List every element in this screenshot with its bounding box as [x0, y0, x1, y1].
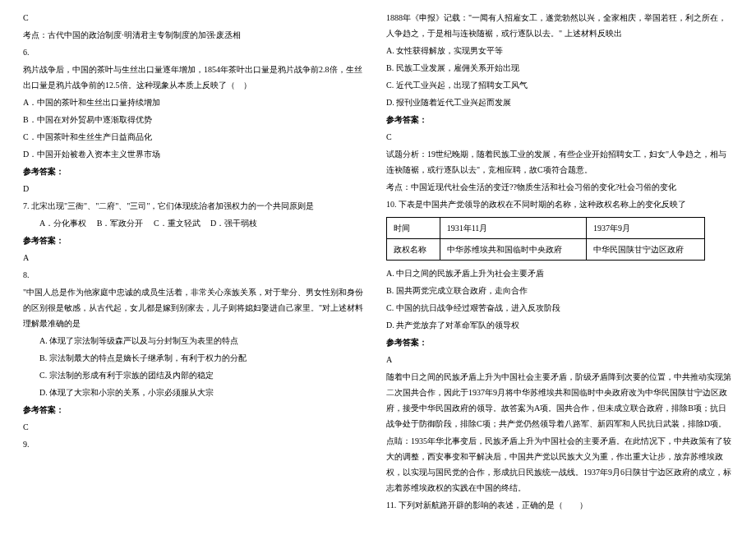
q10-stem: 10. 下表是中国共产党领导的政权在不同时期的名称，这种政权名称上的变化反映了 [386, 196, 733, 212]
reference-label-9: 参考答案： [386, 112, 733, 127]
q9-option-d: D. 报刊业随着近代工业兴起而发展 [386, 95, 733, 110]
q9-explain-1: 试题分析：19世纪晚期，随着民族工业的发展，有些企业开始招聘女工，妇女"人争趋之… [386, 146, 733, 178]
answer-5: C [23, 10, 370, 25]
q8-option-b: B. 宗法制最大的特点是嫡长子继承制，有利于权力的分配 [23, 350, 370, 366]
q10-option-c: C. 中国的抗日战争经过艰苦奋战，进入反攻阶段 [386, 300, 733, 316]
answer-8: C [23, 419, 370, 435]
q9-option-b: B. 民族工业发展，雇佣关系开始出现 [386, 60, 733, 76]
keypoint-5: 考点：古代中国的政治制度·明清君主专制制度的加强·废丞相 [23, 27, 370, 43]
table-cell-time-label: 时间 [387, 218, 440, 239]
table-row: 时间 1931年11月 1937年9月 [387, 218, 705, 239]
table-cell-name-1: 中华苏维埃共和国临时中央政府 [440, 239, 586, 261]
q6-option-d: D．中国开始被卷入资本主义世界市场 [23, 146, 370, 162]
table-cell-name-label: 政权名称 [387, 239, 440, 261]
q6-option-b: B．中国在对外贸易中逐渐取得优势 [23, 112, 370, 127]
q7-options: A．分化事权 B．军政分开 C．重文轻武 D．强干弱枝 [23, 215, 370, 231]
q8-option-d: D. 体现了大宗和小宗的关系，小宗必须服从大宗 [23, 385, 370, 400]
q6-option-c: C．中国茶叶和生丝生产日益商品化 [23, 129, 370, 145]
q8-number: 8. [23, 267, 370, 283]
q8-stem: "中国人总是作为他家庭中忠诚的成员生活着，非常关心亲族关系，对于辈分、男女性别和… [23, 284, 370, 331]
regime-table: 时间 1931年11月 1937年9月 政权名称 中华苏维埃共和国临时中央政府 … [386, 217, 705, 261]
q8-option-a: A. 体现了宗法制等级森严以及与分封制互为表里的特点 [23, 333, 370, 348]
q10-explain-2: 点睛：1935年华北事变后，民族矛盾上升为中国社会的主要矛盾。在此情况下，中共政… [386, 433, 733, 496]
q7-stem: 7. 北宋出现"三衙"、"二府"、"三司"，它们体现统治者加强权力的一个共同原则… [23, 198, 370, 214]
reference-label: 参考答案： [23, 164, 370, 179]
q10-option-b: B. 国共两党完成立联合政府，走向合作 [386, 283, 733, 298]
q7-option-d: D．强干弱枝 [210, 219, 257, 228]
q9-explain-2: 考点：中国近现代社会生活的变迁??物质生活和社会习俗的变化?社会习俗的变化 [386, 179, 733, 195]
q9-option-a: A. 女性获得解放，实现男女平等 [386, 43, 733, 58]
reference-label-7: 参考答案： [23, 233, 370, 248]
answer-9: C [386, 129, 733, 145]
q10-option-a: A. 中日之间的民族矛盾上升为社会主要矛盾 [386, 265, 733, 281]
q6-number: 6. [23, 44, 370, 60]
reference-label-10: 参考答案： [386, 334, 733, 350]
q9-stem: 1888年《申报》记载："一闻有人招雇女工，遂觉勃然以兴，全家相庆，举国若狂，利… [386, 10, 733, 41]
q7-option-a: A．分化事权 [39, 219, 86, 228]
q6-stem: 鸦片战争后，中国的茶叶与生丝出口量逐年增加，1854年茶叶出口量是鸦片战争前2.… [23, 62, 370, 93]
q8-option-c: C. 宗法制的形成有利于宗族的团结及内部的稳定 [23, 367, 370, 383]
q11-stem: 11. 下列对新航路开辟的影响的表述，正确的是（ ） [386, 497, 733, 513]
table-cell-time-2: 1937年9月 [587, 218, 705, 239]
answer-6: D [23, 181, 370, 196]
table-cell-name-2: 中华民国陕甘宁边区政府 [587, 239, 705, 261]
answer-7: A [23, 250, 370, 265]
q10-option-d: D. 共产党放弃了对革命军队的领导权 [386, 317, 733, 333]
table-cell-time-1: 1931年11月 [440, 218, 586, 239]
q9-number: 9. [23, 436, 370, 452]
q6-option-a: A．中国的茶叶和生丝出口量持续增加 [23, 95, 370, 110]
q7-option-c: C．重文轻武 [154, 219, 201, 228]
reference-label-8: 参考答案： [23, 402, 370, 417]
table-row: 政权名称 中华苏维埃共和国临时中央政府 中华民国陕甘宁边区政府 [387, 239, 705, 261]
answer-10: A [386, 352, 733, 367]
left-column: C 考点：古代中国的政治制度·明清君主专制制度的加强·废丞相 6. 鸦片战争后，… [15, 10, 378, 525]
q9-option-c: C. 近代工业兴起，出现了招聘女工风气 [386, 77, 733, 93]
q10-explain-1: 随着中日之间的民族矛盾上升为中国社会主要矛盾，阶级矛盾降到次要的位置，中共推动实… [386, 369, 733, 431]
q7-option-b: B．军政分开 [97, 219, 144, 228]
right-column: 1888年《申报》记载："一闻有人招雇女工，遂觉勃然以兴，全家相庆，举国若狂，利… [378, 10, 741, 525]
